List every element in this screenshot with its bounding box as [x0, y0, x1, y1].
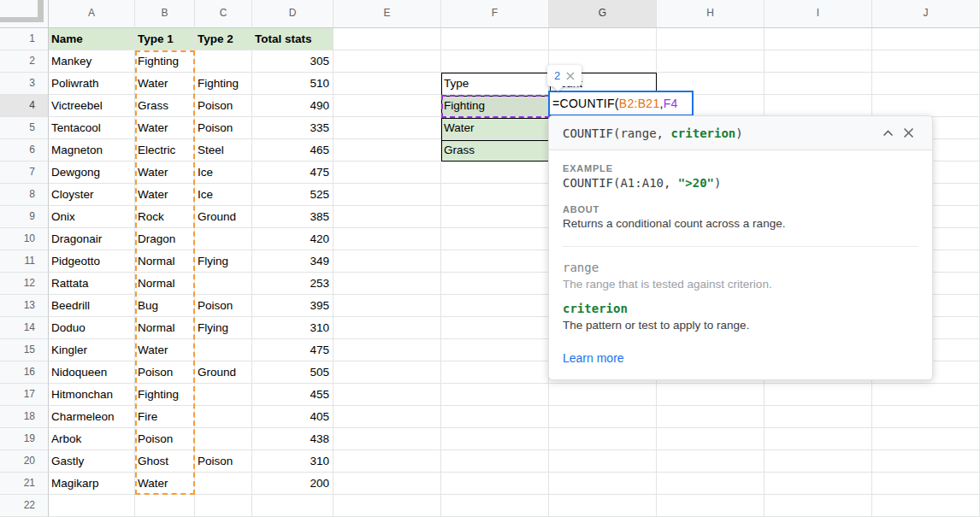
- cell-F4[interactable]: Fighting: [441, 95, 549, 117]
- column-header-B[interactable]: B: [135, 0, 195, 28]
- cell-E10[interactable]: [334, 228, 441, 250]
- cell-A19[interactable]: Arbok: [49, 428, 135, 450]
- cell-F20[interactable]: [441, 450, 549, 473]
- cell-A2[interactable]: Mankey: [49, 50, 135, 73]
- cell-F7[interactable]: [441, 162, 549, 184]
- learn-more-link[interactable]: Learn more: [563, 350, 624, 367]
- cell-J22[interactable]: [872, 495, 980, 517]
- cell-B14[interactable]: Normal: [135, 317, 195, 339]
- cell-D22[interactable]: [252, 495, 334, 517]
- cell-H1[interactable]: [657, 28, 765, 50]
- cell-A3[interactable]: Poliwrath: [49, 73, 135, 95]
- cell-C9[interactable]: Ground: [195, 206, 252, 228]
- cell-A18[interactable]: Charmeleon: [49, 406, 135, 428]
- row-header-22[interactable]: 22: [0, 495, 49, 517]
- cell-J2[interactable]: [872, 50, 980, 73]
- cell-D19[interactable]: 438: [252, 428, 334, 450]
- row-header-17[interactable]: 17: [0, 384, 49, 406]
- cell-H18[interactable]: [657, 406, 765, 428]
- cell-H19[interactable]: [657, 428, 765, 450]
- row-header-12[interactable]: 12: [0, 273, 49, 295]
- cell-D11[interactable]: 349: [252, 250, 334, 273]
- cell-I22[interactable]: [765, 495, 872, 517]
- cell-F18[interactable]: [441, 406, 549, 428]
- row-header-11[interactable]: 11: [0, 250, 49, 273]
- cell-E19[interactable]: [334, 428, 441, 450]
- cell-E22[interactable]: [334, 495, 441, 517]
- cell-G18[interactable]: [549, 406, 657, 428]
- cell-H22[interactable]: [657, 495, 765, 517]
- cell-A6[interactable]: Magneton: [49, 139, 135, 162]
- cell-D10[interactable]: 420: [252, 228, 334, 250]
- cell-B18[interactable]: Fire: [135, 406, 195, 428]
- cell-B20[interactable]: Ghost: [135, 450, 195, 473]
- cell-G1[interactable]: [549, 28, 657, 50]
- cell-D21[interactable]: 200: [252, 473, 334, 495]
- cell-F1[interactable]: [441, 28, 549, 50]
- row-header-14[interactable]: 14: [0, 317, 49, 339]
- cell-B21[interactable]: Water: [135, 473, 195, 495]
- row-header-3[interactable]: 3: [0, 73, 49, 95]
- cell-D1[interactable]: Total stats: [252, 28, 334, 50]
- cell-F15[interactable]: [441, 339, 549, 361]
- cell-F2[interactable]: [441, 50, 549, 73]
- cell-D9[interactable]: 385: [252, 206, 334, 228]
- cell-D12[interactable]: 253: [252, 273, 334, 295]
- cell-A5[interactable]: Tentacool: [49, 117, 135, 139]
- cell-A21[interactable]: Magikarp: [49, 473, 135, 495]
- cell-C15[interactable]: [195, 339, 252, 361]
- cell-E12[interactable]: [334, 273, 441, 295]
- cell-J18[interactable]: [872, 406, 980, 428]
- cell-I19[interactable]: [765, 428, 872, 450]
- cell-D16[interactable]: 505: [252, 361, 334, 384]
- cell-C14[interactable]: Flying: [195, 317, 252, 339]
- cell-J1[interactable]: [872, 28, 980, 50]
- column-header-D[interactable]: D: [252, 0, 334, 28]
- cell-D20[interactable]: 310: [252, 450, 334, 473]
- cell-C7[interactable]: Ice: [195, 162, 252, 184]
- cell-J4[interactable]: [872, 95, 980, 117]
- cell-A12[interactable]: Rattata: [49, 273, 135, 295]
- row-header-21[interactable]: 21: [0, 473, 49, 495]
- cell-B4[interactable]: Grass: [135, 95, 195, 117]
- cell-C10[interactable]: [195, 228, 252, 250]
- cell-B2[interactable]: Fighting: [135, 50, 195, 73]
- row-header-7[interactable]: 7: [0, 162, 49, 184]
- cell-J20[interactable]: [872, 450, 980, 473]
- cell-C12[interactable]: [195, 273, 252, 295]
- column-header-C[interactable]: C: [195, 0, 252, 28]
- select-all-corner[interactable]: [0, 0, 49, 28]
- cell-B11[interactable]: Normal: [135, 250, 195, 273]
- cell-C21[interactable]: [195, 473, 252, 495]
- cell-F14[interactable]: [441, 317, 549, 339]
- cell-E9[interactable]: [334, 206, 441, 228]
- cell-B10[interactable]: Dragon: [135, 228, 195, 250]
- cell-E20[interactable]: [334, 450, 441, 473]
- cell-A10[interactable]: Dragonair: [49, 228, 135, 250]
- cell-C8[interactable]: Ice: [195, 184, 252, 206]
- cell-B17[interactable]: Fighting: [135, 384, 195, 406]
- cell-A13[interactable]: Beedrill: [49, 295, 135, 317]
- cell-F13[interactable]: [441, 295, 549, 317]
- cell-F5[interactable]: Water: [441, 117, 549, 139]
- cell-D15[interactable]: 475: [252, 339, 334, 361]
- cell-E4[interactable]: [334, 95, 441, 117]
- row-header-15[interactable]: 15: [0, 339, 49, 361]
- cell-G21[interactable]: [549, 473, 657, 495]
- cell-I20[interactable]: [765, 450, 872, 473]
- cell-B9[interactable]: Rock: [135, 206, 195, 228]
- cell-E7[interactable]: [334, 162, 441, 184]
- cell-F9[interactable]: [441, 206, 549, 228]
- row-header-13[interactable]: 13: [0, 295, 49, 317]
- cell-C2[interactable]: [195, 50, 252, 73]
- cell-I21[interactable]: [765, 473, 872, 495]
- cell-H21[interactable]: [657, 473, 765, 495]
- cell-B22[interactable]: [135, 495, 195, 517]
- cell-D5[interactable]: 335: [252, 117, 334, 139]
- cell-A11[interactable]: Pidgeotto: [49, 250, 135, 273]
- cell-D13[interactable]: 395: [252, 295, 334, 317]
- cell-F12[interactable]: [441, 273, 549, 295]
- row-header-6[interactable]: 6: [0, 139, 49, 162]
- cell-A22[interactable]: [49, 495, 135, 517]
- cell-J17[interactable]: [872, 384, 980, 406]
